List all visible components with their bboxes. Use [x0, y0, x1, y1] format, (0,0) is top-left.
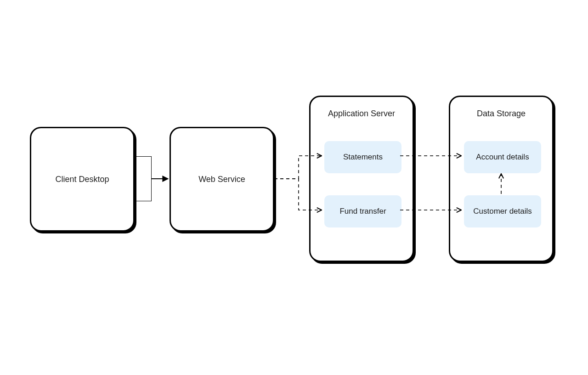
node-fund-transfer: Fund transfer	[324, 195, 401, 227]
node-web-service: Web Service	[170, 127, 274, 232]
node-application-server: Application Server Statements Fund trans…	[309, 96, 414, 262]
node-customer-details: Customer details	[464, 195, 541, 227]
node-statements: Statements	[324, 141, 401, 173]
node-customer-details-label: Customer details	[473, 207, 532, 216]
connector-port	[134, 156, 152, 201]
node-account-details-label: Account details	[476, 153, 529, 162]
node-account-details: Account details	[464, 141, 541, 173]
node-statements-label: Statements	[343, 153, 383, 162]
node-fund-transfer-label: Fund transfer	[339, 207, 386, 216]
node-data-storage: Data Storage Account details Customer de…	[449, 96, 554, 262]
node-data-storage-label: Data Storage	[450, 109, 552, 119]
node-web-service-label: Web Service	[171, 175, 273, 184]
node-client-desktop: Client Desktop	[30, 127, 135, 232]
node-client-desktop-label: Client Desktop	[31, 175, 133, 184]
node-application-server-label: Application Server	[311, 109, 413, 119]
diagram-canvas: Client Desktop Web Service Application S…	[0, 0, 588, 375]
